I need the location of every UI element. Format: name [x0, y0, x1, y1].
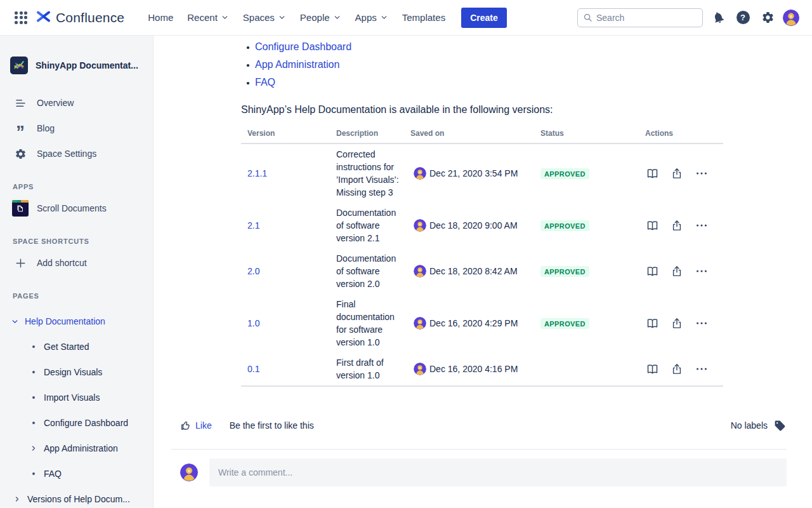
- apps-section-header: APPS: [0, 183, 153, 190]
- page-footer-actions: Like Be the first to like this No labels: [171, 418, 787, 432]
- nav-apps[interactable]: Apps: [348, 0, 395, 36]
- page-tree-import-visuals[interactable]: Import Visuals: [0, 385, 153, 410]
- comment-divider: [171, 449, 787, 450]
- saved-on-date: Dec 18, 2020 9:00 AM: [429, 220, 518, 231]
- page-tree-versions-of-help-documentation[interactable]: Versions of Help Docum...: [0, 486, 153, 508]
- export-button[interactable]: [670, 264, 684, 278]
- page-content: • Configure Dashboard • App Administrati…: [154, 36, 812, 508]
- more-actions-button[interactable]: [695, 264, 709, 278]
- saved-by-avatar[interactable]: [414, 265, 426, 277]
- version-link[interactable]: 0.1: [247, 364, 259, 374]
- toc-link-configure-dashboard[interactable]: Configure Dashboard: [255, 41, 351, 53]
- nav-spaces[interactable]: Spaces: [236, 0, 293, 36]
- versions-table: Version Description Saved on Status Acti…: [241, 125, 723, 387]
- read-view-button[interactable]: [645, 218, 659, 232]
- bullet-marker: •: [241, 77, 255, 88]
- more-actions-button[interactable]: [695, 362, 709, 376]
- table-row: 0.1 First draft of version 1.0 Dec 16, 2…: [241, 352, 723, 385]
- page-tree-app-administration[interactable]: App Administration: [0, 436, 153, 461]
- column-header-version: Version: [241, 129, 330, 138]
- chevron-down-icon[interactable]: [10, 318, 19, 326]
- thumbs-up-icon: [180, 420, 192, 431]
- toc-list: • Configure Dashboard • App Administrati…: [241, 38, 724, 91]
- version-description: Documentation of software version 2.1: [330, 206, 403, 244]
- more-actions-button[interactable]: [695, 218, 709, 232]
- intro-text: ShinyApp’s Help Documentation is availab…: [241, 104, 724, 116]
- sidebar-item-blog[interactable]: ” Blog: [0, 116, 153, 141]
- page-tree-design-visuals[interactable]: Design Visuals: [0, 359, 153, 385]
- page-tree-help-documentation[interactable]: Help Documentation: [0, 309, 153, 334]
- bullet-marker: [29, 396, 38, 399]
- table-row: 2.1.1 Corrected instructions for ’Import…: [241, 144, 723, 203]
- read-view-button[interactable]: [645, 316, 659, 330]
- read-view-button[interactable]: [645, 166, 659, 180]
- search-box[interactable]: [577, 8, 703, 27]
- toc-link-app-administration[interactable]: App Administration: [255, 59, 339, 70]
- page-tree-get-started[interactable]: Get Started: [0, 334, 153, 359]
- space-sidebar: ShinyApp Documentat... Overview ” Blog S…: [0, 36, 154, 508]
- bullet-marker: [29, 345, 38, 348]
- status-badge: APPROVED: [540, 168, 589, 179]
- nav-home[interactable]: Home: [141, 0, 180, 36]
- search-input[interactable]: [596, 13, 691, 23]
- search-icon: [583, 13, 593, 22]
- saved-on-date: Dec 16, 2020 4:16 PM: [429, 364, 518, 374]
- bullet-marker: [29, 472, 38, 475]
- notifications-button[interactable]: [709, 8, 728, 27]
- sidebar-item-overview[interactable]: Overview: [0, 90, 153, 116]
- table-row: 2.0 Documentation of software version 2.…: [241, 248, 723, 294]
- version-link[interactable]: 1.0: [247, 318, 259, 328]
- page-tree-faq[interactable]: FAQ: [0, 461, 153, 486]
- plus-icon: [13, 257, 28, 269]
- column-header-actions: Actions: [638, 129, 723, 138]
- app-switcher-icon[interactable]: [13, 10, 29, 26]
- export-button[interactable]: [670, 218, 684, 232]
- bullet-marker: •: [241, 60, 255, 70]
- help-button[interactable]: ?: [733, 8, 752, 27]
- chevron-right-icon[interactable]: [29, 444, 38, 452]
- toc-link-faq[interactable]: FAQ: [255, 77, 275, 88]
- create-button[interactable]: Create: [461, 8, 507, 28]
- export-button[interactable]: [670, 316, 684, 330]
- confluence-logo[interactable]: Confluence: [36, 9, 124, 27]
- saved-on-date: Dec 16, 2020 4:29 PM: [429, 318, 518, 328]
- comment-input[interactable]: [209, 458, 787, 486]
- saved-by-avatar[interactable]: [414, 317, 426, 330]
- table-row: 1.0 Final documentation for software ver…: [241, 294, 723, 352]
- more-actions-button[interactable]: [695, 316, 709, 330]
- space-header[interactable]: ShinyApp Documentat...: [0, 56, 153, 75]
- nav-templates[interactable]: Templates: [395, 0, 452, 36]
- settings-button[interactable]: [758, 8, 777, 27]
- nav-people[interactable]: People: [293, 0, 348, 36]
- top-navigation: Confluence Home Recent Spaces People App…: [0, 0, 812, 36]
- chevron-right-icon[interactable]: [13, 495, 22, 503]
- sidebar-item-space-settings[interactable]: Space Settings: [0, 141, 153, 166]
- scroll-documents-icon: [13, 200, 28, 217]
- column-header-saved-on: Saved on: [403, 129, 536, 138]
- add-shortcut-button[interactable]: Add shortcut: [0, 250, 153, 276]
- export-button[interactable]: [670, 166, 684, 180]
- user-avatar[interactable]: [783, 10, 799, 26]
- version-link[interactable]: 2.0: [247, 266, 259, 276]
- page-tree-configure-dashboard[interactable]: Configure Dashboard: [0, 410, 153, 436]
- version-description: Documentation of software version 2.0: [330, 252, 403, 290]
- sidebar-item-scroll-documents[interactable]: Scroll Documents: [0, 196, 153, 221]
- version-link[interactable]: 2.1: [247, 220, 259, 231]
- version-description: Final documentation for software version…: [330, 298, 403, 349]
- read-view-button[interactable]: [645, 264, 659, 278]
- export-button[interactable]: [670, 362, 684, 376]
- more-actions-button[interactable]: [695, 166, 709, 180]
- saved-by-avatar[interactable]: [414, 219, 426, 232]
- table-row: 2.1 Documentation of software version 2.…: [241, 203, 723, 248]
- shortcuts-section-header: SPACE SHORTCUTS: [0, 237, 153, 245]
- version-link[interactable]: 2.1.1: [247, 168, 267, 178]
- saved-by-avatar[interactable]: [414, 363, 426, 375]
- like-button[interactable]: Like: [180, 420, 212, 431]
- read-view-button[interactable]: [645, 362, 659, 376]
- overview-icon: [13, 97, 28, 109]
- nav-recent[interactable]: Recent: [180, 0, 236, 36]
- tag-icon[interactable]: [773, 418, 787, 432]
- saved-by-avatar[interactable]: [414, 167, 426, 180]
- like-hint-text: Be the first to like this: [230, 420, 314, 431]
- saved-on-date: Dec 21, 2020 3:54 PM: [429, 168, 518, 178]
